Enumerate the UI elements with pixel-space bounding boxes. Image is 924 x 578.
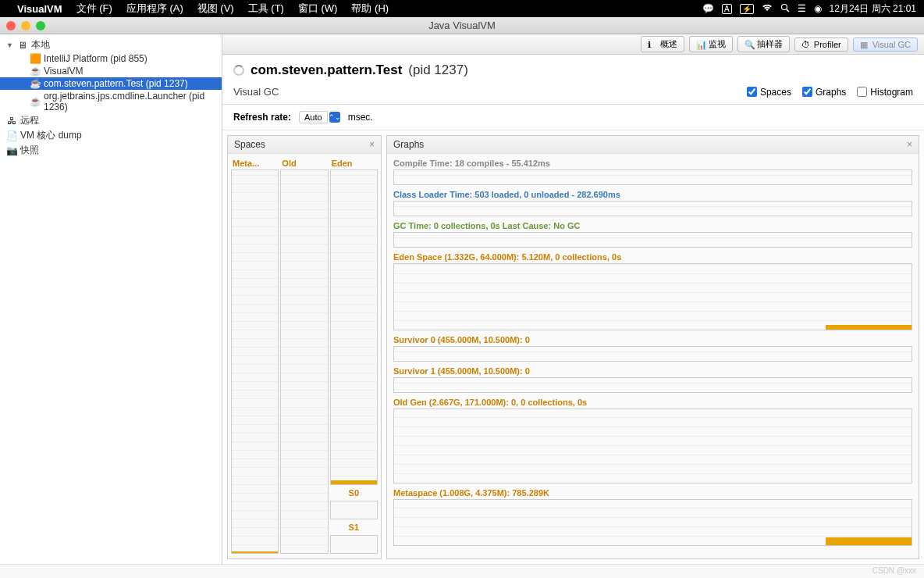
tree-snapshot[interactable]: 📷 快照 xyxy=(0,143,222,158)
graph-chart xyxy=(393,409,912,483)
tree-app-launcher[interactable]: ☕ org.jetbrains.jps.cmdline.Launcher (pi… xyxy=(0,90,222,113)
tree-label: 本地 xyxy=(31,38,50,52)
notification-icon[interactable]: ☰ xyxy=(798,3,806,14)
space-chart xyxy=(330,169,378,485)
tree-label: 远程 xyxy=(20,114,39,127)
space-s0-chart xyxy=(330,501,378,519)
tab-label: Visual GC xyxy=(872,40,911,49)
tree-label: 快照 xyxy=(20,144,39,157)
tab-label: 概述 xyxy=(660,38,677,50)
network-icon: 🖧 xyxy=(6,116,17,127)
space-label: Meta... xyxy=(231,159,279,168)
tab-profiler[interactable]: ⏱Profiler xyxy=(794,37,848,52)
close-panel-icon[interactable]: × xyxy=(907,139,912,150)
profiler-icon: ⏱ xyxy=(801,40,811,49)
space-chart xyxy=(231,169,279,554)
graph-s1: Survivor 1 (455.000M, 10.500M): 0 xyxy=(393,366,912,393)
refresh-value: Auto xyxy=(299,111,328,123)
wifi-icon[interactable] xyxy=(762,3,773,14)
graph-title: Old Gen (2.667G, 171.000M): 0, 0 collect… xyxy=(393,398,912,409)
graph-chart xyxy=(393,232,912,248)
svg-point-0 xyxy=(781,4,787,9)
space-label: Old xyxy=(280,159,328,168)
wechat-icon[interactable]: 💬 xyxy=(702,3,714,14)
checkbox-label: Spaces xyxy=(760,87,791,98)
tree-local[interactable]: ▼ 🖥 本地 xyxy=(0,37,222,52)
refresh-dropdown-button[interactable]: ⌃⌄ xyxy=(329,112,340,123)
graph-eden: Eden Space (1.332G, 64.000M): 5.120M, 0 … xyxy=(393,252,912,330)
tree-app-visualvm[interactable]: ☕ VisualVM xyxy=(0,65,222,77)
graph-chart xyxy=(393,169,912,185)
checkbox-input[interactable] xyxy=(802,87,812,97)
space-eden: Eden S0 S1 xyxy=(330,159,378,554)
tree-vmcore[interactable]: 📄 VM 核心 dump xyxy=(0,128,222,143)
tree-label: com.steven.pattern.Test (pid 1237) xyxy=(44,78,188,89)
tree-remote[interactable]: 🖧 远程 xyxy=(0,113,222,128)
space-s1-chart xyxy=(330,535,378,554)
refresh-label: Refresh rate: xyxy=(233,112,291,123)
detail-tabs: ℹ概述 📊监视 🔍抽样器 ⏱Profiler ▦Visual GC xyxy=(222,34,924,55)
panel-title: Graphs xyxy=(393,139,424,150)
checkbox-input[interactable] xyxy=(857,87,867,97)
computer-icon: 🖥 xyxy=(17,40,28,51)
refresh-unit: msec. xyxy=(348,112,373,123)
zoom-window-button[interactable] xyxy=(36,21,45,30)
refresh-bar: Refresh rate: Auto ⌃⌄ msec. xyxy=(222,105,924,130)
checkbox-histogram[interactable]: Histogram xyxy=(857,87,913,98)
disclosure-icon[interactable]: ▼ xyxy=(6,41,14,49)
graph-chart xyxy=(393,201,912,216)
checkbox-graphs[interactable]: Graphs xyxy=(802,87,846,98)
minimize-window-button[interactable] xyxy=(21,21,30,30)
applications-sidebar[interactable]: ▼ 🖥 本地 🟧 IntelliJ Platform (pid 855) ☕ V… xyxy=(0,34,222,564)
tree-app-intellij[interactable]: 🟧 IntelliJ Platform (pid 855) xyxy=(0,52,222,65)
tab-overview[interactable]: ℹ概述 xyxy=(641,36,684,52)
tree-label: VM 核心 dump xyxy=(20,129,82,142)
app-name[interactable]: VisualVM xyxy=(17,3,62,15)
tab-monitor[interactable]: 📊监视 xyxy=(689,36,733,52)
checkbox-label: Graphs xyxy=(816,87,846,98)
graph-title: GC Time: 0 collections, 0s Last Cause: N… xyxy=(393,221,912,232)
space-old: Old xyxy=(280,159,328,554)
tab-sampler[interactable]: 🔍抽样器 xyxy=(737,36,790,52)
watermark: CSDN @xxx xyxy=(0,564,924,578)
close-panel-icon[interactable]: × xyxy=(369,139,375,150)
tab-label: 监视 xyxy=(709,38,726,50)
siri-icon[interactable]: ◉ xyxy=(814,3,822,14)
graph-title: Survivor 0 (455.000M, 10.500M): 0 xyxy=(393,335,912,346)
input-source-icon[interactable]: A xyxy=(722,4,732,14)
subtab-visualgc[interactable]: Visual GC xyxy=(233,86,279,98)
graph-title: Class Loader Time: 503 loaded, 0 unloade… xyxy=(393,190,912,201)
checkbox-spaces[interactable]: Spaces xyxy=(747,87,791,98)
graph-oldgen: Old Gen (2.667G, 171.000M): 0, 0 collect… xyxy=(393,398,912,483)
macos-menubar: VisualVM 文件 (F) 应用程序 (A) 视图 (V) 工具 (T) 窗… xyxy=(0,0,924,17)
graph-title: Metaspace (1.008G, 4.375M): 785.289K xyxy=(393,488,912,499)
tree-app-test-selected[interactable]: ☕ com.steven.pattern.Test (pid 1237) xyxy=(0,77,222,90)
close-window-button[interactable] xyxy=(6,21,16,30)
graph-chart xyxy=(393,346,912,362)
panel-title: Spaces xyxy=(234,139,265,150)
page-title: com.steven.pattern.Test xyxy=(251,62,402,78)
menu-application[interactable]: 应用程序 (A) xyxy=(126,2,183,16)
graph-title: Survivor 1 (455.000M, 10.500M): 0 xyxy=(393,366,912,377)
menu-help[interactable]: 帮助 (H) xyxy=(351,2,389,16)
java-icon: 🟧 xyxy=(30,53,41,64)
tab-visual-gc[interactable]: ▦Visual GC xyxy=(853,37,918,52)
tab-label: Profiler xyxy=(814,40,841,49)
datetime[interactable]: 12月24日 周六 21:01 xyxy=(830,2,916,16)
svg-line-1 xyxy=(787,9,789,12)
menu-window[interactable]: 窗口 (W) xyxy=(298,2,338,16)
overview-icon: ℹ xyxy=(648,40,657,49)
checkbox-input[interactable] xyxy=(747,87,757,97)
graph-title: Eden Space (1.332G, 64.000M): 5.120M, 0 … xyxy=(393,252,912,263)
menu-view[interactable]: 视图 (V) xyxy=(197,2,234,16)
spotlight-icon[interactable] xyxy=(780,3,790,15)
space-chart xyxy=(280,169,328,554)
window-title: Java VisualVM xyxy=(428,20,496,31)
dump-icon: 📄 xyxy=(6,130,17,141)
space-label: Eden xyxy=(330,159,378,168)
menu-file[interactable]: 文件 (F) xyxy=(76,2,112,16)
checkbox-label: Histogram xyxy=(870,87,913,98)
menu-tools[interactable]: 工具 (T) xyxy=(248,2,284,16)
battery-icon[interactable]: ⚡ xyxy=(740,4,754,14)
sub-tab-bar: Visual GC Spaces Graphs Histogram xyxy=(222,83,924,105)
